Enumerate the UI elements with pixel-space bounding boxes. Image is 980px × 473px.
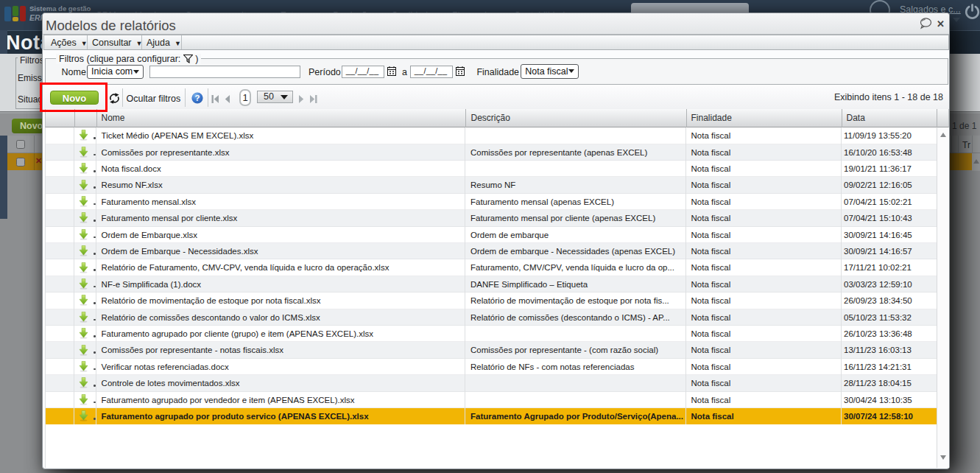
svg-text:?: ? <box>194 94 200 102</box>
